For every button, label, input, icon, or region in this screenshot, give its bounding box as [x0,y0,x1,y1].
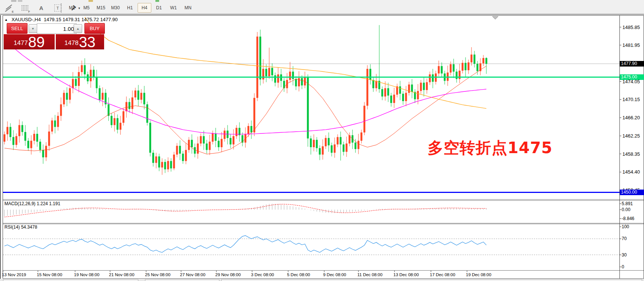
volume-input[interactable] [37,23,77,34]
candle [81,65,83,72]
buy-price-display[interactable]: 1478 33 [56,34,104,49]
time-axis-label: 27 Nov 08:00 [180,272,205,277]
candle [28,141,29,148]
candle [63,93,65,104]
candle [179,146,181,154]
candle [465,63,467,70]
macd-indicator-label: MACD(12,26,9) 1.224 1.191 [4,201,60,206]
candle [325,138,327,146]
buy-button[interactable]: BUY [84,23,105,34]
candle [268,68,270,76]
clipped-status-bar [0,279,644,281]
candle [69,88,71,100]
rsi-tick-label: 30 [622,252,627,258]
candle [146,104,148,123]
candle [206,143,208,150]
candle [4,134,6,142]
candle [277,74,279,83]
candle [426,82,428,90]
status-box [221,279,642,281]
candle [331,145,333,153]
candle [164,162,166,169]
volume-increment-button[interactable]: ▲ [74,24,82,33]
time-axis-label: 9 Dec 08:00 [323,272,346,277]
time-axis-label: 15 Nov 08:00 [37,272,62,277]
candle [283,81,285,88]
candle [84,65,86,74]
candle [373,80,374,88]
candle [230,138,232,144]
macd-tick-label: 5.891 [622,201,633,206]
candle [114,118,116,125]
candle [173,155,175,168]
candle [19,125,20,136]
price-tick-label: 1454.40 [622,169,640,175]
price-tick-label: 1466.20 [622,115,640,120]
candle [42,150,44,157]
candle [126,102,128,112]
candle [257,36,258,98]
candle [355,143,357,149]
current-price-chip: 1477.90 [620,61,644,67]
candle [185,150,187,161]
candle [289,72,291,80]
time-axis-label: 5 Dec 08:00 [287,272,310,277]
candle [236,128,238,136]
candle [48,132,50,146]
collapse-panel-icon[interactable]: ▲ [4,18,8,22]
candle [432,74,434,82]
time-axis-label: 19 Dec 08:00 [466,272,491,277]
candle [135,91,136,98]
candle [271,68,273,75]
time-axis-label: 29 Nov 08:00 [215,272,241,277]
candle [298,78,300,86]
candle [16,136,17,145]
candle [87,74,89,81]
candle [22,125,23,132]
candle [438,66,440,74]
candle [7,127,9,134]
candle [132,97,133,109]
candle [176,146,178,155]
rsi-tick-label: 0 [622,264,624,269]
sell-price-display[interactable]: 1477 89 [4,34,55,49]
candle [161,162,163,168]
candle [120,123,122,130]
candle [60,104,62,116]
candle [441,66,443,74]
candle [334,145,336,153]
buy-price-pips: 33 [79,35,96,49]
candle [423,83,425,90]
candle [459,71,461,79]
candle [417,91,419,99]
price-tick-label: 1481.95 [622,42,640,48]
candle [384,88,386,96]
sell-button[interactable]: SELL [7,23,28,34]
candle [209,142,211,150]
candle [57,116,59,127]
candle [295,79,297,87]
candle [301,78,303,85]
candle [286,80,288,88]
candle [233,136,235,144]
candle [152,153,154,163]
candle [224,130,226,139]
candle [66,93,68,100]
status-box [3,279,138,281]
chart-annotation-text: 多空转折点1475 [428,138,553,158]
volume-decrement-button[interactable]: ▼ [29,24,37,33]
green-level-chip: 1475.00 [620,74,644,80]
time-axis-label: 3 Dec 08:00 [251,272,274,277]
candle [138,91,139,100]
candle [399,86,401,94]
candle [191,140,193,147]
rsi-tick-label: 70 [622,236,627,241]
candle [468,62,470,70]
candle [340,137,342,145]
candle [45,146,47,157]
candle [194,147,196,154]
candle [13,137,15,145]
candle [51,120,53,132]
status-box [145,279,219,281]
candle [292,72,294,79]
